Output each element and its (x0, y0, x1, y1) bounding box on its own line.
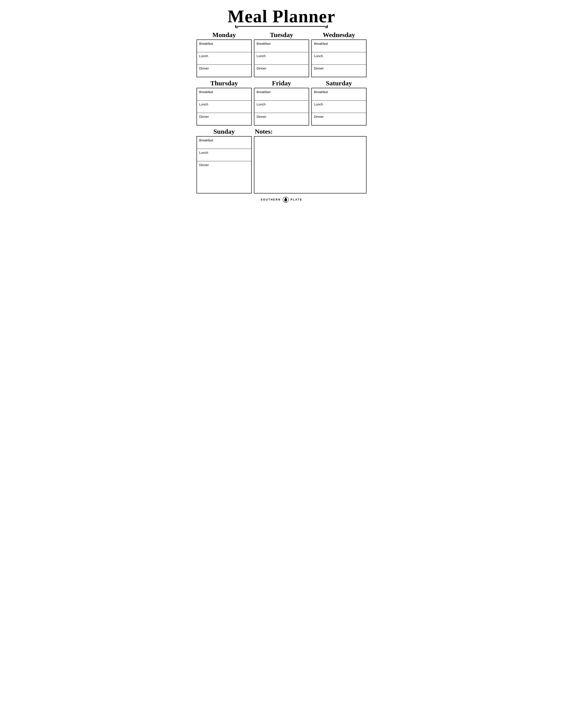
chicken-icon (283, 197, 289, 203)
day-friday-box: Breakfast Lunch Dinner (254, 88, 309, 126)
week-row-2: Thursday Breakfast Lunch Dinner Friday B… (196, 79, 367, 126)
notes-label: Notes: (254, 128, 367, 135)
tuesday-breakfast[interactable]: Breakfast (254, 40, 309, 52)
monday-breakfast[interactable]: Breakfast (197, 40, 251, 52)
svg-line-6 (286, 201, 286, 202)
day-friday: Friday Breakfast Lunch Dinner (254, 79, 309, 126)
week-row-3: Sunday Breakfast Lunch Dinner Notes: (196, 128, 367, 193)
wednesday-dinner[interactable]: Dinner (312, 65, 366, 77)
saturday-breakfast[interactable]: Breakfast (312, 88, 366, 101)
day-sunday-box: Breakfast Lunch Dinner (196, 136, 252, 193)
svg-marker-4 (286, 197, 286, 198)
friday-lunch[interactable]: Lunch (254, 101, 309, 113)
day-sunday: Sunday Breakfast Lunch Dinner (196, 128, 252, 193)
day-saturday: Saturday Breakfast Lunch Dinner (311, 79, 367, 126)
thursday-lunch[interactable]: Lunch (197, 101, 251, 113)
svg-line-5 (285, 201, 285, 202)
day-thursday-label: Thursday (196, 79, 252, 87)
page-title-section: Meal Planner (196, 7, 367, 27)
tuesday-dinner[interactable]: Dinner (254, 65, 309, 77)
thursday-breakfast[interactable]: Breakfast (197, 88, 251, 101)
day-wednesday: Wednesday Breakfast Lunch Dinner (311, 31, 367, 77)
wednesday-lunch[interactable]: Lunch (312, 52, 366, 65)
notes-box[interactable] (254, 136, 367, 193)
footer-brand: SOUTHERN (261, 198, 281, 201)
week-row-1: Monday Breakfast Lunch Dinner Tuesday Br… (196, 31, 367, 77)
title-underline (235, 26, 328, 27)
sunday-breakfast[interactable]: Breakfast (197, 137, 251, 149)
sunday-dinner[interactable]: Dinner (197, 161, 251, 173)
notes-section: Notes: (254, 128, 367, 193)
day-wednesday-box: Breakfast Lunch Dinner (311, 39, 367, 77)
day-friday-label: Friday (254, 79, 309, 87)
thursday-dinner[interactable]: Dinner (197, 113, 251, 125)
wednesday-breakfast[interactable]: Breakfast (312, 40, 366, 52)
day-saturday-box: Breakfast Lunch Dinner (311, 88, 367, 126)
footer: SOUTHERN PLATE (196, 197, 367, 203)
day-tuesday-label: Tuesday (254, 31, 309, 39)
tuesday-lunch[interactable]: Lunch (254, 52, 309, 65)
day-saturday-label: Saturday (311, 79, 367, 87)
day-tuesday-box: Breakfast Lunch Dinner (254, 39, 309, 77)
friday-dinner[interactable]: Dinner (254, 113, 309, 125)
day-monday-box: Breakfast Lunch Dinner (196, 39, 252, 77)
svg-marker-3 (286, 198, 287, 199)
page-title: Meal Planner (196, 7, 367, 26)
day-monday: Monday Breakfast Lunch Dinner (196, 31, 252, 77)
footer-plate: PLATE (291, 198, 302, 201)
friday-breakfast[interactable]: Breakfast (254, 88, 309, 101)
day-thursday-box: Breakfast Lunch Dinner (196, 88, 252, 126)
sunday-lunch[interactable]: Lunch (197, 149, 251, 161)
day-wednesday-label: Wednesday (311, 31, 367, 39)
day-thursday: Thursday Breakfast Lunch Dinner (196, 79, 252, 126)
day-sunday-label: Sunday (196, 128, 252, 135)
monday-lunch[interactable]: Lunch (197, 52, 251, 65)
day-monday-label: Monday (196, 31, 252, 39)
monday-dinner[interactable]: Dinner (197, 65, 251, 77)
day-tuesday: Tuesday Breakfast Lunch Dinner (254, 31, 309, 77)
page-wrapper: Meal Planner Monday Breakfast Lunch Dinn… (196, 7, 367, 203)
saturday-lunch[interactable]: Lunch (312, 101, 366, 113)
saturday-dinner[interactable]: Dinner (312, 113, 366, 125)
